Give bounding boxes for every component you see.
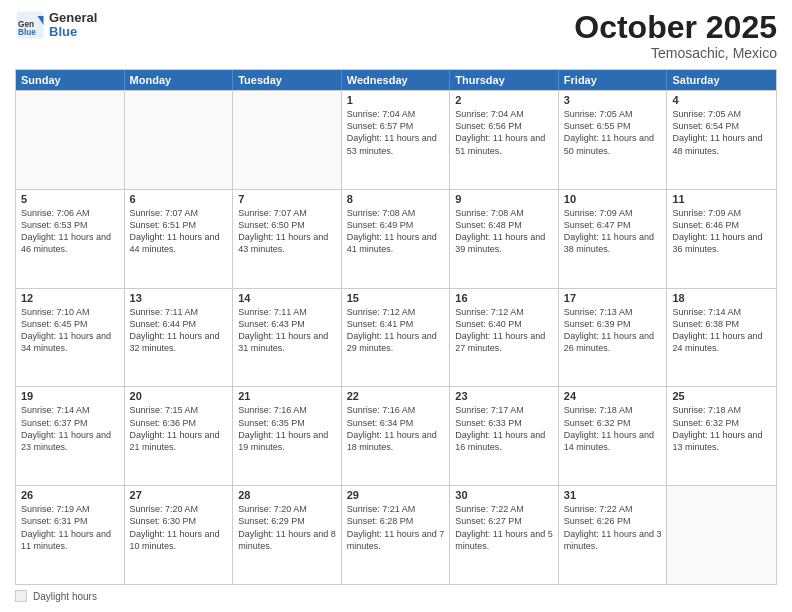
cal-cell: 8Sunrise: 7:08 AM Sunset: 6:49 PM Daylig… — [342, 190, 451, 288]
day-info: Sunrise: 7:21 AM Sunset: 6:28 PM Dayligh… — [347, 503, 445, 552]
cal-cell: 28Sunrise: 7:20 AM Sunset: 6:29 PM Dayli… — [233, 486, 342, 584]
cal-cell: 7Sunrise: 7:07 AM Sunset: 6:50 PM Daylig… — [233, 190, 342, 288]
day-number: 7 — [238, 193, 336, 205]
cal-cell: 17Sunrise: 7:13 AM Sunset: 6:39 PM Dayli… — [559, 289, 668, 387]
cal-cell: 2Sunrise: 7:04 AM Sunset: 6:56 PM Daylig… — [450, 91, 559, 189]
cal-cell: 27Sunrise: 7:20 AM Sunset: 6:30 PM Dayli… — [125, 486, 234, 584]
month-title: October 2025 — [574, 10, 777, 45]
cal-header-cell-sunday: Sunday — [16, 70, 125, 90]
cal-cell: 3Sunrise: 7:05 AM Sunset: 6:55 PM Daylig… — [559, 91, 668, 189]
day-info: Sunrise: 7:10 AM Sunset: 6:45 PM Dayligh… — [21, 306, 119, 355]
day-info: Sunrise: 7:05 AM Sunset: 6:55 PM Dayligh… — [564, 108, 662, 157]
cal-cell: 15Sunrise: 7:12 AM Sunset: 6:41 PM Dayli… — [342, 289, 451, 387]
cal-cell: 14Sunrise: 7:11 AM Sunset: 6:43 PM Dayli… — [233, 289, 342, 387]
day-info: Sunrise: 7:18 AM Sunset: 6:32 PM Dayligh… — [564, 404, 662, 453]
cal-cell: 21Sunrise: 7:16 AM Sunset: 6:35 PM Dayli… — [233, 387, 342, 485]
page: Gen Blue General Blue October 2025 Temos… — [0, 0, 792, 612]
title-block: October 2025 Temosachic, Mexico — [574, 10, 777, 61]
legend-box — [15, 590, 27, 602]
day-info: Sunrise: 7:11 AM Sunset: 6:44 PM Dayligh… — [130, 306, 228, 355]
calendar: SundayMondayTuesdayWednesdayThursdayFrid… — [15, 69, 777, 585]
legend-label: Daylight hours — [33, 591, 97, 602]
logo-general: General — [49, 11, 97, 25]
day-number: 4 — [672, 94, 771, 106]
cal-cell — [233, 91, 342, 189]
day-info: Sunrise: 7:22 AM Sunset: 6:26 PM Dayligh… — [564, 503, 662, 552]
cal-cell: 9Sunrise: 7:08 AM Sunset: 6:48 PM Daylig… — [450, 190, 559, 288]
day-info: Sunrise: 7:22 AM Sunset: 6:27 PM Dayligh… — [455, 503, 553, 552]
day-number: 28 — [238, 489, 336, 501]
day-info: Sunrise: 7:20 AM Sunset: 6:30 PM Dayligh… — [130, 503, 228, 552]
day-info: Sunrise: 7:19 AM Sunset: 6:31 PM Dayligh… — [21, 503, 119, 552]
cal-cell: 10Sunrise: 7:09 AM Sunset: 6:47 PM Dayli… — [559, 190, 668, 288]
day-number: 25 — [672, 390, 771, 402]
day-info: Sunrise: 7:14 AM Sunset: 6:38 PM Dayligh… — [672, 306, 771, 355]
logo-blue: Blue — [49, 25, 97, 39]
day-info: Sunrise: 7:08 AM Sunset: 6:49 PM Dayligh… — [347, 207, 445, 256]
cal-cell: 1Sunrise: 7:04 AM Sunset: 6:57 PM Daylig… — [342, 91, 451, 189]
day-number: 2 — [455, 94, 553, 106]
day-number: 8 — [347, 193, 445, 205]
cal-cell: 6Sunrise: 7:07 AM Sunset: 6:51 PM Daylig… — [125, 190, 234, 288]
day-number: 14 — [238, 292, 336, 304]
cal-cell — [16, 91, 125, 189]
day-number: 26 — [21, 489, 119, 501]
day-info: Sunrise: 7:04 AM Sunset: 6:57 PM Dayligh… — [347, 108, 445, 157]
calendar-header-row: SundayMondayTuesdayWednesdayThursdayFrid… — [16, 70, 776, 90]
day-info: Sunrise: 7:11 AM Sunset: 6:43 PM Dayligh… — [238, 306, 336, 355]
cal-cell: 29Sunrise: 7:21 AM Sunset: 6:28 PM Dayli… — [342, 486, 451, 584]
day-info: Sunrise: 7:13 AM Sunset: 6:39 PM Dayligh… — [564, 306, 662, 355]
day-info: Sunrise: 7:05 AM Sunset: 6:54 PM Dayligh… — [672, 108, 771, 157]
day-number: 17 — [564, 292, 662, 304]
cal-header-cell-saturday: Saturday — [667, 70, 776, 90]
cal-cell: 13Sunrise: 7:11 AM Sunset: 6:44 PM Dayli… — [125, 289, 234, 387]
day-number: 1 — [347, 94, 445, 106]
day-number: 12 — [21, 292, 119, 304]
cal-cell: 19Sunrise: 7:14 AM Sunset: 6:37 PM Dayli… — [16, 387, 125, 485]
cal-cell: 26Sunrise: 7:19 AM Sunset: 6:31 PM Dayli… — [16, 486, 125, 584]
day-number: 9 — [455, 193, 553, 205]
day-number: 15 — [347, 292, 445, 304]
day-info: Sunrise: 7:09 AM Sunset: 6:47 PM Dayligh… — [564, 207, 662, 256]
day-number: 18 — [672, 292, 771, 304]
day-info: Sunrise: 7:06 AM Sunset: 6:53 PM Dayligh… — [21, 207, 119, 256]
day-info: Sunrise: 7:17 AM Sunset: 6:33 PM Dayligh… — [455, 404, 553, 453]
day-number: 24 — [564, 390, 662, 402]
day-info: Sunrise: 7:07 AM Sunset: 6:51 PM Dayligh… — [130, 207, 228, 256]
cal-header-cell-friday: Friday — [559, 70, 668, 90]
day-number: 10 — [564, 193, 662, 205]
cal-week-4: 26Sunrise: 7:19 AM Sunset: 6:31 PM Dayli… — [16, 485, 776, 584]
calendar-body: 1Sunrise: 7:04 AM Sunset: 6:57 PM Daylig… — [16, 90, 776, 584]
cal-cell: 16Sunrise: 7:12 AM Sunset: 6:40 PM Dayli… — [450, 289, 559, 387]
day-info: Sunrise: 7:04 AM Sunset: 6:56 PM Dayligh… — [455, 108, 553, 157]
day-info: Sunrise: 7:07 AM Sunset: 6:50 PM Dayligh… — [238, 207, 336, 256]
cal-cell: 30Sunrise: 7:22 AM Sunset: 6:27 PM Dayli… — [450, 486, 559, 584]
day-number: 30 — [455, 489, 553, 501]
cal-cell — [125, 91, 234, 189]
day-number: 5 — [21, 193, 119, 205]
day-info: Sunrise: 7:08 AM Sunset: 6:48 PM Dayligh… — [455, 207, 553, 256]
day-info: Sunrise: 7:18 AM Sunset: 6:32 PM Dayligh… — [672, 404, 771, 453]
day-number: 27 — [130, 489, 228, 501]
day-info: Sunrise: 7:20 AM Sunset: 6:29 PM Dayligh… — [238, 503, 336, 552]
cal-cell: 24Sunrise: 7:18 AM Sunset: 6:32 PM Dayli… — [559, 387, 668, 485]
cal-cell: 31Sunrise: 7:22 AM Sunset: 6:26 PM Dayli… — [559, 486, 668, 584]
cal-cell: 12Sunrise: 7:10 AM Sunset: 6:45 PM Dayli… — [16, 289, 125, 387]
cal-cell: 20Sunrise: 7:15 AM Sunset: 6:36 PM Dayli… — [125, 387, 234, 485]
cal-cell — [667, 486, 776, 584]
day-number: 3 — [564, 94, 662, 106]
cal-cell: 4Sunrise: 7:05 AM Sunset: 6:54 PM Daylig… — [667, 91, 776, 189]
day-info: Sunrise: 7:12 AM Sunset: 6:41 PM Dayligh… — [347, 306, 445, 355]
day-number: 13 — [130, 292, 228, 304]
logo-icon: Gen Blue — [15, 10, 45, 40]
cal-cell: 11Sunrise: 7:09 AM Sunset: 6:46 PM Dayli… — [667, 190, 776, 288]
location-subtitle: Temosachic, Mexico — [574, 45, 777, 61]
day-number: 16 — [455, 292, 553, 304]
day-number: 29 — [347, 489, 445, 501]
header: Gen Blue General Blue October 2025 Temos… — [15, 10, 777, 61]
day-info: Sunrise: 7:15 AM Sunset: 6:36 PM Dayligh… — [130, 404, 228, 453]
day-info: Sunrise: 7:12 AM Sunset: 6:40 PM Dayligh… — [455, 306, 553, 355]
day-number: 20 — [130, 390, 228, 402]
legend: Daylight hours — [15, 590, 777, 602]
logo: Gen Blue General Blue — [15, 10, 97, 40]
